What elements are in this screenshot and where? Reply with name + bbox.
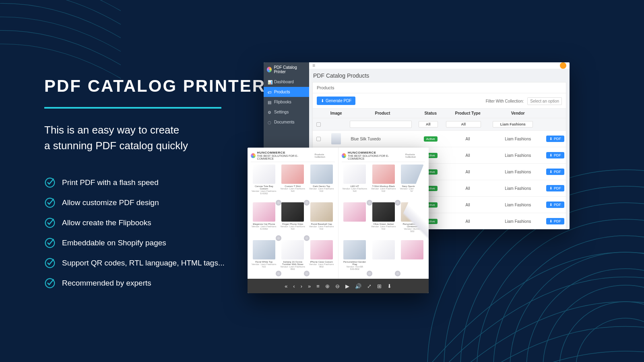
status-filter-select[interactable]: All	[419, 121, 438, 128]
catalog-thumb	[401, 202, 423, 222]
catalog-cell: LED HTVendor: Liam FashionsN/2	[342, 165, 368, 199]
row-checkbox[interactable]	[316, 137, 321, 141]
download-icon: ⬇	[549, 219, 553, 223]
catalog-cell: Personalized Garden FlagVendor: HunSBS33…	[342, 240, 368, 275]
catalog-item-name: Personalized Cup Christmas	[399, 223, 426, 228]
catalog-cell: Floral White TopVendor: Liam FashionsN/2	[251, 240, 277, 275]
flipbook-tool-icon[interactable]: »	[308, 283, 311, 289]
catalog-cell	[370, 240, 397, 275]
catalog-thumb	[281, 165, 304, 184]
catalog-cell: T-Shirt Mockup BlackVendor: Liam Fashion…	[370, 165, 397, 199]
catalog-cell: Canvas Tote Bag CustomVendor: Liam Fashi…	[251, 165, 277, 199]
flipbook-tool-icon[interactable]: ⊕	[325, 283, 330, 289]
check-icon	[44, 278, 56, 289]
feature-item: Print PDF with a flash speed	[44, 177, 278, 188]
flipbook-tool-icon[interactable]: ≡	[316, 283, 320, 289]
svg-point-6	[526, 269, 644, 362]
flipbook-tool-icon[interactable]: ›	[301, 283, 302, 289]
product-type: All	[444, 213, 491, 230]
type-filter-select[interactable]: All	[446, 121, 481, 128]
flipbook-tool-icon[interactable]: ⊖	[335, 283, 340, 289]
catalog-cell: Olive Green JacketVendor: Liam FashionsN…	[370, 202, 397, 237]
sidebar-item-settings[interactable]: ⚙ Settings	[264, 107, 309, 117]
avatar[interactable]	[560, 62, 566, 69]
flipbook-toolbar: «‹›»≡⊕⊖▶🔊⤢⊞⬇	[248, 279, 429, 293]
tag-icon: 🏷	[268, 90, 272, 94]
panel-title: Products	[313, 82, 566, 93]
svg-point-4	[493, 236, 644, 362]
row-pdf-button[interactable]: ⬇PDF	[546, 218, 564, 224]
sidebar-item-flipbooks[interactable]: ▤ Flipbooks	[264, 97, 309, 107]
row-pdf-button[interactable]: ⬇PDF	[546, 169, 564, 175]
select-all-checkbox[interactable]	[316, 122, 321, 127]
flipbook-tool-icon[interactable]: ⊞	[377, 283, 382, 289]
catalog-cell: Finger Phone GripsVendor: Liam FashionsN…	[280, 202, 306, 237]
catalog-thumb	[401, 165, 423, 184]
check-icon	[44, 177, 56, 188]
product-search-input[interactable]	[350, 121, 412, 128]
catalog-thumb	[372, 202, 395, 222]
download-icon: ⬇	[549, 186, 553, 190]
product-type: All	[444, 197, 491, 213]
catalog-cell: Personalized Cup ChristmasVendor: HunSBS…	[399, 202, 426, 237]
catalog-item-name: Iceberg 16 Ounce Tumbler With Straw	[280, 261, 306, 265]
flipbook-tool-icon[interactable]: ‹	[293, 283, 295, 289]
svg-point-8	[559, 302, 644, 362]
sidebar-item-documents[interactable]: ◌ Documents	[264, 117, 309, 127]
dashboard-icon: 📊	[268, 80, 272, 84]
svg-point-7	[543, 285, 644, 362]
catalog-cell: Dark Denim TopVendor: Liam FashionsN/2	[308, 165, 335, 199]
product-vendor: Liam Fashions	[491, 131, 545, 147]
download-icon: ⬇	[549, 153, 553, 157]
catalog-cell: Iceberg 16 Ounce Tumbler With StrawVendo…	[280, 240, 306, 275]
col-status: Status	[417, 109, 444, 118]
catalog-cell: Custom T ShirtVendor: Liam FashionsN/2	[280, 165, 306, 199]
brand-logo-icon	[342, 153, 347, 158]
feature-item: Embeddable on Shopify pages	[44, 237, 278, 249]
flipbook-tool-icon[interactable]: 🔊	[355, 283, 361, 289]
generate-pdf-button[interactable]: ⬇ Generate PDF	[317, 97, 355, 105]
catalog-item-name: Personalized Garden Flag	[342, 261, 368, 265]
feature-item: Recommended by experts	[44, 278, 278, 289]
flipbook-preview: HUNCOMMERCETHE BEST SOLUTIONS FOR E-COMM…	[248, 148, 429, 293]
flipbook-tool-icon[interactable]: «	[285, 283, 287, 289]
sidebar-item-dashboard[interactable]: 📊 Dashboard	[264, 77, 309, 87]
catalog-thumb	[253, 165, 275, 184]
book-icon: ▤	[268, 100, 272, 104]
download-icon: ⬇	[321, 99, 324, 103]
catalog-cell	[399, 240, 426, 275]
catalog-thumb	[343, 165, 366, 184]
row-pdf-button[interactable]: ⬇PDF	[546, 136, 564, 142]
brand-label: PDF Catalog Printer	[274, 65, 306, 74]
check-icon	[44, 217, 56, 228]
flipbook-tool-icon[interactable]: ▶	[345, 283, 349, 289]
catalog-thumb	[401, 240, 423, 259]
hamburger-icon[interactable]: ≡	[312, 63, 315, 68]
row-pdf-button[interactable]: ⬇PDF	[546, 202, 564, 208]
catalog-cell	[342, 202, 368, 237]
catalog-cell: Navy Sports JacketVendor: Liam FashionsN…	[399, 165, 426, 199]
catalog-thumb	[310, 202, 333, 222]
row-pdf-button[interactable]: ⬇PDF	[546, 185, 564, 191]
product-type: All	[444, 131, 491, 147]
vendor-filter-select[interactable]: Liam Fashions	[493, 121, 533, 128]
product-thumb	[331, 133, 341, 144]
product-name: Blue Silk Tuxedo	[348, 131, 417, 147]
product-vendor: Liam Fashions	[491, 213, 545, 230]
catalog-item-name: Canvas Tote Bag Custom	[251, 185, 277, 190]
product-vendor: Liam Fashions	[491, 147, 545, 164]
catalog-thumb	[281, 202, 304, 222]
collection-select[interactable]: Select an option	[527, 97, 562, 105]
sidebar-item-products[interactable]: 🏷 Products	[264, 87, 309, 97]
filter-label: Filter With Collection:	[486, 99, 524, 103]
col-type: Product Type	[444, 109, 491, 118]
row-pdf-button[interactable]: ⬇PDF	[546, 152, 564, 158]
product-vendor: Liam Fashions	[491, 180, 545, 197]
status-badge: Active	[424, 136, 438, 142]
product-type: All	[444, 180, 491, 197]
svg-point-3	[477, 219, 644, 362]
catalog-cell: iPhone Case CustomVendor: Liam FashionsB…	[308, 240, 335, 275]
flipbook-tool-icon[interactable]: ⤢	[367, 283, 372, 289]
feature-list: Print PDF with a flash speed Allow custo…	[44, 177, 278, 289]
flipbook-tool-icon[interactable]: ⬇	[387, 283, 392, 289]
